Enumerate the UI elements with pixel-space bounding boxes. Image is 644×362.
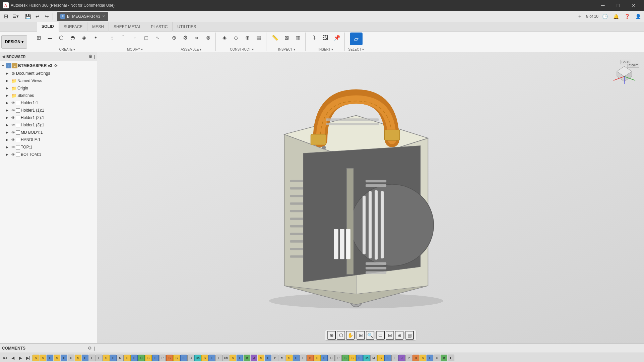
doc-tab[interactable]: F BTMEGASPKR v3 ✕ [57,12,108,21]
timeline-item[interactable]: E [82,355,88,361]
vis-icon[interactable]: 👁 [11,101,15,105]
redo-button[interactable]: ↪ [43,12,51,21]
timeline-item[interactable]: E [321,355,328,361]
timeline-item[interactable]: S [349,355,356,361]
insert-decal[interactable]: 📌 [332,33,342,43]
timeline-item[interactable]: B [441,355,447,361]
timeline-item[interactable]: S [377,355,384,361]
browser-collapse-icon[interactable]: | [94,54,95,59]
comments-toggle[interactable]: | [94,346,95,351]
timeline-item[interactable]: F [448,355,454,361]
timeline-item[interactable]: S [286,355,293,361]
timeline-item[interactable]: B [307,355,314,361]
timeline-item[interactable]: P [272,355,278,361]
user-button[interactable]: 👤 [634,12,643,21]
minimize-button[interactable]: ─ [595,0,610,11]
timeline-item[interactable]: P [335,355,342,361]
timeline-item[interactable]: E [265,355,271,361]
refresh-icon[interactable]: ⟳ [54,63,58,68]
vis-icon[interactable]: 👁 [11,116,15,120]
vis-icon[interactable]: 👁 [11,108,15,112]
timeline-item[interactable]: S [145,355,152,361]
timeline-item[interactable]: S [54,355,60,361]
timeline-item[interactable]: P [405,355,412,361]
create-new-component[interactable]: ⊞ [33,33,44,43]
timeline-item[interactable]: E [208,355,215,361]
timeline-item[interactable]: P [159,355,166,361]
timeline-item[interactable]: S [230,355,236,361]
construct-plane[interactable]: ◈ [219,33,230,43]
timeline-item[interactable]: F [391,355,398,361]
assemble-motion[interactable]: ⇔ [191,33,202,43]
timeline-item[interactable]: M [370,355,377,361]
timeline-item[interactable]: E [180,355,187,361]
timeline-item[interactable]: C [187,355,194,361]
save-button[interactable]: 💾 [23,12,33,21]
timeline-item[interactable]: S [173,355,180,361]
vis-icon[interactable]: 👁 [11,153,15,157]
modify-chamfer[interactable]: ⌐ [129,33,140,43]
apps-button[interactable]: ⊞ [1,12,10,21]
timeline-item[interactable]: C [68,355,74,361]
vis-icon[interactable]: 👁 [11,138,15,142]
create-loft[interactable]: ◈ [79,33,89,43]
timeline-item[interactable]: F [215,355,222,361]
timeline-item[interactable]: E [47,355,53,361]
design-button[interactable]: DESIGN ▾ [1,35,27,49]
doc-tab-close[interactable]: ✕ [102,14,105,18]
timeline-item[interactable]: B [342,355,349,361]
timeline-item[interactable]: F [89,355,95,361]
create-sweep[interactable]: ◓ [67,33,78,43]
insert-canvas[interactable]: 🖼 [320,33,331,43]
inspect-zebra[interactable]: ▥ [293,33,303,43]
viewcube-back-label[interactable]: BACK [620,60,631,64]
create-extrude[interactable]: ▬ [45,33,55,43]
timeline-item[interactable]: B [244,355,250,361]
viewcube[interactable]: RIGHT BACK [610,56,639,85]
browser-toggle-icon[interactable]: ◀ [2,54,5,59]
timeline-item[interactable]: E [384,355,391,361]
timeline-item[interactable]: E [152,355,159,361]
timeline-item[interactable]: M [117,355,124,361]
select-button[interactable]: ▱ [350,33,363,45]
history-button[interactable]: 🕐 [600,12,609,21]
tl-end-btn[interactable]: ▶| [24,354,32,362]
modify-shell[interactable]: ◻ [141,33,151,43]
timeline-item[interactable]: E [131,355,138,361]
inspect-measure[interactable]: 📏 [270,33,280,43]
timeline-item[interactable]: J [398,355,405,361]
tree-item-holder1-2-1[interactable]: ▶ 👁 Holder1 (2):1 [0,114,97,121]
tab-surface[interactable]: SURFACE [59,22,88,32]
vp-orbit-btn[interactable]: ⊕ [327,331,336,340]
timeline-item[interactable]: Co [194,355,201,361]
tree-item-bottom[interactable]: ▶ 👁 BOTTOM:1 [0,151,97,158]
tl-prev-btn[interactable]: ◀ [9,354,16,362]
tab-plastic[interactable]: PLASTIC [146,22,173,32]
timeline-item[interactable]: S [75,355,81,361]
close-button[interactable]: ✕ [626,0,641,11]
maximize-button[interactable]: □ [610,0,626,11]
undo-button[interactable]: ↩ [33,12,42,21]
timeline-item[interactable]: S [40,355,46,361]
tree-item-holder1-1-1[interactable]: ▶ 👁 Holder1 (1):1 [0,107,97,114]
assemble-joint[interactable]: ⚙ [180,33,191,43]
vp-env-btn[interactable]: ⊞ [395,331,404,340]
vis-icon[interactable]: 👁 [11,130,15,134]
tree-item-doc-settings[interactable]: ▶ ⚙ Document Settings [0,70,97,77]
timeline-item[interactable]: Co [363,355,370,361]
inspect-interference[interactable]: ⊠ [281,33,292,43]
menu-button[interactable]: ☰▾ [11,12,20,21]
tab-solid[interactable]: SOLID [37,22,59,32]
tree-item-top[interactable]: ▶ 👁 TOP:1 [0,143,97,151]
timeline-item[interactable]: S [314,355,321,361]
timeline-item[interactable]: Ch [222,355,229,361]
tl-play-btn[interactable]: ▶ [17,354,24,362]
timeline-item[interactable]: E [356,355,363,361]
tl-start-btn[interactable]: ⏮ [1,354,9,362]
tree-item-root[interactable]: ▼ F C BTMEGASPKR v3 ⟳ [0,62,97,70]
timeline-item[interactable]: E [110,355,117,361]
construct-axis[interactable]: ◇ [231,33,241,43]
tree-item-md-body[interactable]: ▶ 👁 MD BODY:1 [0,129,97,136]
construct-body[interactable]: ▤ [253,33,264,43]
timeline-item[interactable]: C [328,355,335,361]
